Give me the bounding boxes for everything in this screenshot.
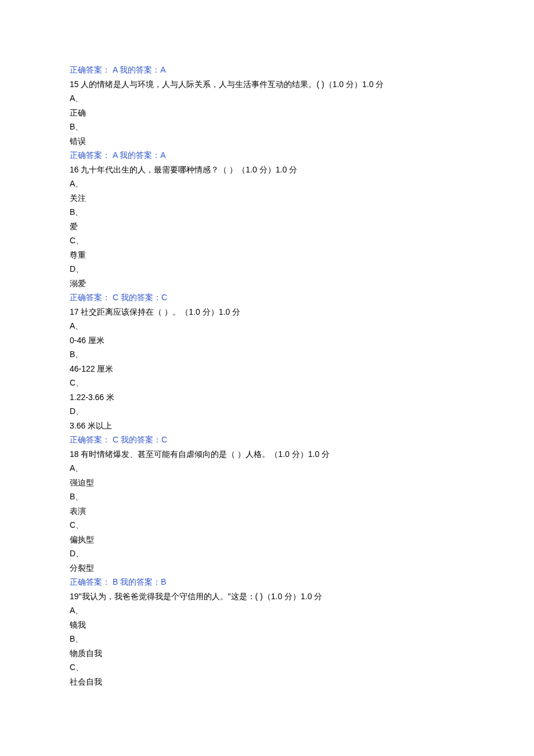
question-line: 15 人的情绪是人与环境，人与人际关系，人与生活事件互动的结果。( )（1.0 … [70,77,464,92]
option-text: 关注 [70,191,464,206]
option-letter: A、 [70,91,464,106]
option-text: 爱 [70,219,464,234]
option-letter: D、 [70,262,464,276]
answer-line: 正确答案： C 我的答案：C [70,290,464,305]
option-letter: A、 [70,461,464,476]
option-text: 46-122 厘米 [70,362,464,376]
option-text: 错误 [70,134,464,149]
question-line: 18 有时情绪爆发、甚至可能有自虐倾向的是（ ）人格。（1.0 分）1.0 分 [70,447,464,462]
option-text: 1.22-3.66 米 [70,390,464,405]
option-text: 偏执型 [70,532,464,547]
option-letter: D、 [70,404,464,419]
option-letter: C、 [70,233,464,248]
option-letter: B、 [70,205,464,219]
answer-line: 正确答案： C 我的答案：C [70,433,464,447]
option-letter: C、 [70,376,464,390]
option-letter: C、 [70,518,464,532]
option-text: 正确 [70,106,464,120]
option-text: 表演 [70,504,464,519]
question-line: 16 九十年代出生的人，最需要哪种情感？（ ）（1.0 分）1.0 分 [70,163,464,177]
option-text: 物质自我 [70,646,464,661]
option-text: 分裂型 [70,561,464,575]
option-text: 社会自我 [70,675,464,689]
option-text: 尊重 [70,248,464,262]
answer-line: 正确答案： B 我的答案：B [70,575,464,589]
option-letter: A、 [70,603,464,618]
question-line: 17 社交距离应该保持在（ ）。（1.0 分）1.0 分 [70,305,464,319]
option-letter: C、 [70,660,464,675]
option-letter: A、 [70,319,464,333]
option-text: 强迫型 [70,476,464,490]
option-letter: B、 [70,120,464,134]
option-letter: D、 [70,546,464,561]
answer-line: 正确答案： A 我的答案：A [70,63,464,77]
option-text: 溺爱 [70,276,464,291]
option-text: 3.66 米以上 [70,419,464,433]
question-line: 19"我认为，我爸爸觉得我是个守信用的人。"这是：( )（1.0 分）1.0 分 [70,589,464,604]
answer-line: 正确答案： A 我的答案：A [70,148,464,163]
option-text: 镜我 [70,618,464,632]
option-letter: B、 [70,632,464,646]
option-text: 0-46 厘米 [70,333,464,348]
document-page: 正确答案： A 我的答案：A15 人的情绪是人与环境，人与人际关系，人与生活事件… [0,0,534,747]
option-letter: A、 [70,177,464,191]
option-letter: B、 [70,489,464,504]
option-letter: B、 [70,347,464,362]
